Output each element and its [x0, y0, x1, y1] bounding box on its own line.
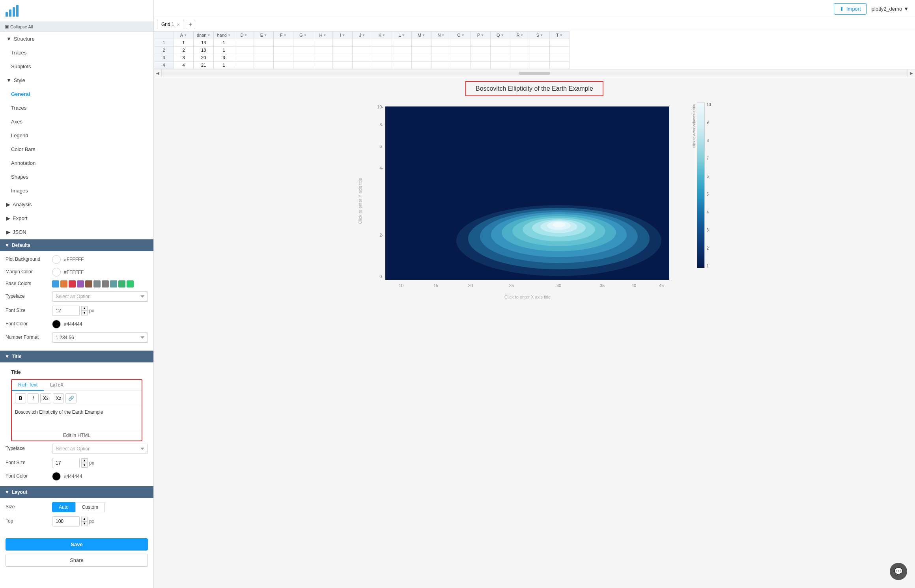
cell-2-E[interactable]	[254, 47, 273, 54]
title-typeface-select[interactable]: Select an Option	[52, 444, 148, 454]
color-dot-9[interactable]	[118, 280, 125, 287]
y-axis-label[interactable]: Click to enter Y axis title	[358, 170, 362, 232]
cell-4-G[interactable]	[293, 62, 313, 69]
col-H[interactable]: H ▼	[313, 32, 332, 39]
col-S[interactable]: S ▼	[530, 32, 549, 39]
col-T[interactable]: T ▼	[549, 32, 569, 39]
cell-1-N[interactable]	[431, 39, 451, 47]
chart-title[interactable]: Boscovitch Ellipticity of the Earth Exam…	[465, 81, 603, 96]
cell-3-S[interactable]	[530, 54, 549, 62]
cell-4-D[interactable]	[234, 62, 254, 69]
cell-3-O[interactable]	[451, 54, 471, 62]
cell-1-O[interactable]	[451, 39, 471, 47]
cell-3-dnan[interactable]: 20	[194, 54, 214, 62]
italic-button[interactable]: I	[28, 393, 39, 403]
sidebar-item-traces-style[interactable]: Traces	[0, 101, 153, 115]
cell-1-F[interactable]	[273, 39, 293, 47]
cell-3-N[interactable]	[431, 54, 451, 62]
cell-1-A[interactable]: 1	[174, 39, 194, 47]
color-dot-1[interactable]	[52, 280, 59, 287]
color-dot-3[interactable]	[69, 280, 76, 287]
number-format-select[interactable]: 1,234.56	[52, 332, 148, 343]
x-axis-label[interactable]: Click to enter X axis title	[366, 295, 689, 299]
sidebar-item-subplots[interactable]: Subplots	[0, 60, 153, 73]
collapse-all-bar[interactable]: ▣ Collapse All	[0, 22, 153, 32]
col-Q[interactable]: Q ▼	[490, 32, 510, 39]
color-dot-6[interactable]	[93, 280, 101, 287]
cell-2-N[interactable]	[431, 47, 451, 54]
custom-button[interactable]: Custom	[75, 502, 105, 512]
editor-content[interactable]: Boscovitch Ellipticity of the Earth Exam…	[12, 406, 142, 430]
cell-3-hand[interactable]: 3	[214, 54, 234, 62]
sidebar-item-images[interactable]: Images	[0, 184, 153, 198]
layout-panel-header[interactable]: ▼ Layout	[0, 486, 153, 498]
cell-4-dnan[interactable]: 21	[194, 62, 214, 69]
cell-1-L[interactable]	[392, 39, 411, 47]
title-font-size-input[interactable]	[52, 458, 80, 468]
col-E[interactable]: E ▼	[254, 32, 273, 39]
import-button[interactable]: ⬆ Import	[834, 3, 867, 15]
cell-4-J[interactable]	[352, 62, 372, 69]
cell-1-K[interactable]	[372, 39, 392, 47]
cell-2-R[interactable]	[510, 47, 530, 54]
cell-1-M[interactable]	[411, 39, 431, 47]
top-input[interactable]	[52, 516, 80, 526]
chat-button[interactable]: 💬	[890, 563, 907, 580]
cell-1-hand[interactable]: 1	[214, 39, 234, 47]
cell-4-T[interactable]	[549, 62, 569, 69]
cell-4-S[interactable]	[530, 62, 549, 69]
color-dot-4[interactable]	[77, 280, 84, 287]
cell-3-M[interactable]	[411, 54, 431, 62]
cell-2-F[interactable]	[273, 47, 293, 54]
cell-3-E[interactable]	[254, 54, 273, 62]
col-A[interactable]: A ▼	[174, 32, 194, 39]
cell-4-I[interactable]	[332, 62, 352, 69]
superscript-button[interactable]: X2	[53, 393, 64, 403]
cell-3-D[interactable]	[234, 54, 254, 62]
col-F[interactable]: F ▼	[273, 32, 293, 39]
cell-4-N[interactable]	[431, 62, 451, 69]
sidebar-item-analysis[interactable]: ▶ Analysis	[0, 198, 153, 211]
cell-3-H[interactable]	[313, 54, 332, 62]
cell-2-D[interactable]	[234, 47, 254, 54]
grid-tab-close[interactable]: ✕	[177, 22, 180, 27]
sidebar-item-traces[interactable]: Traces	[0, 46, 153, 60]
spreadsheet[interactable]: A ▼ dnan ▼ hand ▼ D ▼ E ▼ F ▼ G ▼ H ▼ I …	[154, 31, 915, 69]
cell-3-I[interactable]	[332, 54, 352, 62]
bold-button[interactable]: B	[15, 393, 26, 403]
cell-4-Q[interactable]	[490, 62, 510, 69]
typeface-select[interactable]: Select an Option	[52, 291, 148, 302]
col-M[interactable]: M ▼	[411, 32, 431, 39]
edit-in-html-button[interactable]: Edit in HTML	[12, 430, 142, 441]
cell-2-K[interactable]	[372, 47, 392, 54]
cell-4-E[interactable]	[254, 62, 273, 69]
col-L[interactable]: L ▼	[392, 32, 411, 39]
color-dot-7[interactable]	[102, 280, 109, 287]
cell-1-E[interactable]	[254, 39, 273, 47]
cell-2-dnan[interactable]: 18	[194, 47, 214, 54]
tab-rich-text[interactable]: Rich Text	[12, 380, 44, 391]
sidebar-item-style[interactable]: ▼ Style	[0, 73, 153, 87]
share-button[interactable]: Share	[6, 554, 148, 567]
cell-1-Q[interactable]	[490, 39, 510, 47]
auto-button[interactable]: Auto	[52, 502, 75, 512]
cell-2-H[interactable]	[313, 47, 332, 54]
cell-2-P[interactable]	[471, 47, 490, 54]
cell-2-Q[interactable]	[490, 47, 510, 54]
cell-4-R[interactable]	[510, 62, 530, 69]
col-N[interactable]: N ▼	[431, 32, 451, 39]
cell-4-A[interactable]: 4	[174, 62, 194, 69]
cell-1-dnan[interactable]: 13	[194, 39, 214, 47]
col-D[interactable]: D ▼	[234, 32, 254, 39]
color-dot-5[interactable]	[85, 280, 92, 287]
col-P[interactable]: P ▼	[471, 32, 490, 39]
sidebar-item-annotation[interactable]: Annotation	[0, 156, 153, 170]
margin-color-swatch[interactable]	[52, 268, 61, 276]
cell-2-O[interactable]	[451, 47, 471, 54]
cell-2-L[interactable]	[392, 47, 411, 54]
cell-4-P[interactable]	[471, 62, 490, 69]
tab-latex[interactable]: LaTeX	[44, 380, 70, 390]
cell-4-L[interactable]	[392, 62, 411, 69]
cell-1-R[interactable]	[510, 39, 530, 47]
cell-3-Q[interactable]	[490, 54, 510, 62]
